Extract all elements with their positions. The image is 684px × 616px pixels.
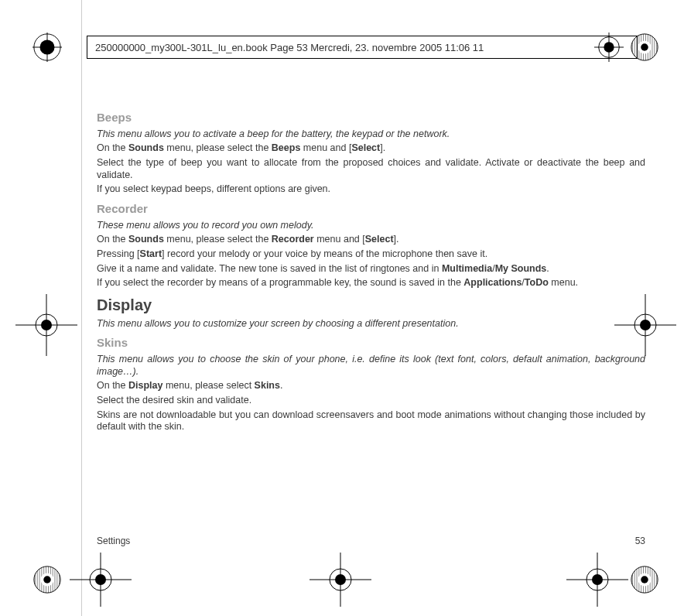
text: menu, please select	[162, 380, 254, 391]
text: menu and [	[300, 142, 351, 153]
section-heading-recorder: Recorder	[97, 202, 645, 217]
page-content: Beeps This menu allows you to activate a…	[97, 104, 645, 436]
text: menu, please select the	[164, 142, 272, 153]
text: menu and [	[314, 234, 365, 245]
skins-p1: On the Display menu, please select Skins…	[97, 380, 645, 392]
bold-text: Sounds	[128, 142, 164, 153]
beeps-p1: On the Sounds menu, please select the Be…	[97, 142, 645, 155]
registration-mark-icon	[32, 33, 62, 62]
svg-point-31	[335, 574, 346, 585]
text: On the	[97, 380, 128, 391]
crop-mark-icon	[15, 294, 77, 356]
section-heading-display: Display	[97, 296, 645, 315]
crop-mark-icon	[566, 553, 628, 607]
recorder-p1: On the Sounds menu, please select the Re…	[97, 234, 645, 246]
skins-p3: Skins are not downloadable but you can d…	[97, 409, 645, 433]
recorder-p4: If you select the recorder by means of a…	[97, 277, 645, 289]
text: ].	[380, 142, 385, 153]
bold-text: Sounds	[128, 234, 164, 245]
svg-point-27	[95, 574, 106, 585]
text: Give it a name and validate. The new ton…	[97, 263, 442, 274]
page-footer: Settings 53	[97, 536, 645, 546]
svg-point-39	[641, 576, 648, 583]
recorder-intro: These menu allows you to record you own …	[97, 220, 645, 232]
footer-section-name: Settings	[97, 536, 130, 546]
section-heading-beeps: Beeps	[97, 111, 645, 125]
registration-mark-icon	[32, 565, 62, 594]
beeps-intro: This menu allows you to activate a beep …	[97, 128, 645, 141]
skins-intro: This menu allows you to choose the skin …	[97, 354, 645, 378]
text: If you select the recorder by means of a…	[97, 277, 463, 288]
bold-text: ToDo	[525, 277, 549, 288]
display-intro: This menu allows you to customize your s…	[97, 318, 645, 330]
header-text: 250000000_my300L-301L_lu_en.book Page 53…	[95, 42, 484, 53]
beeps-p3: If you select keypad beeps, different op…	[97, 183, 645, 196]
text: Pressing [	[97, 248, 140, 259]
crop-mark-icon	[70, 553, 132, 607]
bold-text: Multimedia	[442, 263, 492, 274]
bold-text: Display	[128, 380, 162, 391]
text: .	[280, 380, 282, 391]
bold-text: My Sounds	[495, 263, 547, 274]
footer-page-number: 53	[635, 536, 645, 546]
svg-point-7	[641, 43, 648, 51]
text: ].	[394, 234, 399, 245]
section-heading-skins: Skins	[97, 336, 645, 351]
recorder-p3: Give it a name and validate. The new ton…	[97, 263, 645, 275]
bold-text: Start	[140, 248, 162, 259]
text: ] record your melody or your voice by me…	[162, 248, 487, 259]
recorder-p2: Pressing [Start] record your melody or y…	[97, 248, 645, 261]
bold-text: Applications	[463, 277, 522, 288]
svg-point-15	[41, 320, 52, 330]
text: .	[546, 263, 549, 274]
registration-mark-icon	[630, 565, 659, 594]
text: On the	[97, 142, 128, 153]
bold-text: Select	[351, 142, 380, 153]
svg-point-35	[592, 574, 603, 585]
page-header-bar: 250000000_my300L-301L_lu_en.book Page 53…	[87, 36, 638, 59]
trim-line-vertical	[81, 0, 82, 616]
svg-point-23	[43, 576, 51, 583]
bold-text: Recorder	[272, 234, 314, 245]
text: menu, please select the	[164, 234, 272, 245]
skins-p2: Select the desired skin and validate.	[97, 395, 645, 407]
bold-text: Beeps	[272, 142, 301, 153]
text: menu.	[549, 277, 578, 288]
bold-text: Select	[365, 234, 394, 245]
crop-mark-icon	[310, 553, 371, 607]
text: On the	[97, 234, 128, 245]
beeps-p2: Select the type of beep you want to allo…	[97, 157, 645, 181]
bold-text: Skins	[255, 380, 280, 391]
